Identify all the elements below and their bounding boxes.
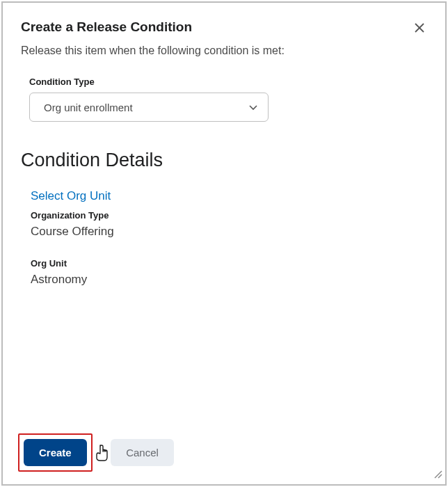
condition-type-select[interactable]: Org unit enrollment [29,93,269,122]
create-button[interactable]: Create [24,439,87,466]
organization-type-label: Organization Type [31,210,427,221]
condition-details-block: Select Org Unit Organization Type Course… [31,189,427,287]
org-unit-value: Astronomy [31,273,427,287]
condition-type-value: Org unit enrollment [44,102,133,113]
org-unit-label: Org Unit [31,258,427,269]
dialog-title: Create a Release Condition [21,19,192,35]
dialog-footer: Create Cancel [18,433,430,472]
condition-details-heading: Condition Details [21,150,427,171]
select-org-unit-link[interactable]: Select Org Unit [31,189,111,203]
condition-type-field: Condition Type Org unit enrollment [29,77,427,122]
condition-type-label: Condition Type [29,77,427,87]
organization-type-value: Course Offering [31,225,427,239]
cancel-button[interactable]: Cancel [111,439,174,466]
dialog-subtitle: Release this item when the following con… [21,45,427,57]
create-button-highlight: Create [18,433,93,472]
release-condition-dialog: Create a Release Condition Release this … [1,1,447,486]
svg-line-3 [438,474,442,478]
dialog-header: Create a Release Condition [21,19,427,36]
resize-grip-icon[interactable] [433,469,442,481]
svg-line-2 [435,471,442,478]
close-icon[interactable] [412,19,427,36]
cursor-icon [95,444,110,465]
